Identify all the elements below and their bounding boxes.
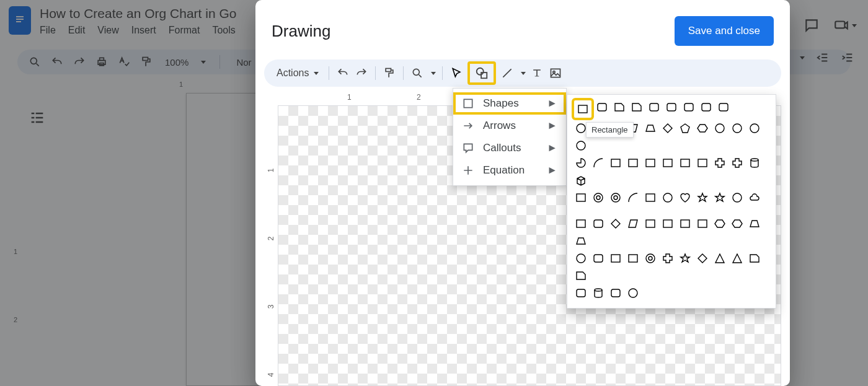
shape-option-circle[interactable] [626, 286, 640, 300]
svg-rect-55 [611, 255, 620, 262]
actions-menu[interactable]: Actions [273, 65, 322, 81]
shape-option-rect[interactable] [695, 156, 710, 170]
shape-option-snip[interactable] [747, 251, 762, 266]
menu-item-label: Shapes [483, 97, 519, 110]
shape-option-diamond[interactable] [608, 216, 623, 231]
menu-item-callouts[interactable]: Callouts ► [453, 137, 566, 159]
shape-option-roundrect[interactable] [664, 100, 679, 115]
shape-option-snip[interactable] [629, 100, 644, 115]
shape-option-roundrect[interactable] [591, 216, 606, 231]
shape-option-triangle[interactable] [712, 251, 727, 266]
menu-item-label: Arrows [483, 120, 516, 132]
svg-rect-22 [650, 103, 658, 111]
shape-option-rect[interactable] [626, 251, 640, 266]
shape-option-rect[interactable] [608, 251, 623, 266]
svg-rect-23 [667, 103, 676, 111]
zoom-icon[interactable] [410, 66, 425, 81]
shape-option-circle[interactable] [730, 121, 745, 136]
shape-option-donut[interactable] [591, 190, 606, 205]
shape-option-rect[interactable] [695, 216, 710, 231]
shape-option-arc[interactable] [626, 190, 640, 205]
shape-option-cross[interactable] [730, 156, 745, 170]
shape-tool-button[interactable] [467, 61, 496, 85]
shape-option-hex[interactable] [695, 121, 710, 136]
undo-icon[interactable] [335, 66, 350, 81]
shape-option-hex[interactable] [730, 216, 745, 231]
shape-option-roundrect[interactable] [608, 286, 623, 300]
chevron-down-icon[interactable] [521, 72, 526, 75]
shape-option-rect[interactable] [574, 216, 588, 231]
shape-option-trapez[interactable] [643, 121, 658, 136]
shape-option-trapez[interactable] [747, 216, 762, 231]
shape-option-circle[interactable] [712, 121, 727, 136]
svg-rect-34 [646, 159, 655, 167]
svg-rect-25 [702, 103, 711, 111]
shape-option-rect[interactable] [626, 156, 640, 170]
menu-item-equation[interactable]: Equation ► [453, 159, 566, 182]
svg-rect-20 [578, 105, 587, 113]
shape-option-roundrect[interactable] [574, 286, 588, 300]
shape-option-roundrect[interactable] [647, 100, 662, 115]
shape-option-snip[interactable] [612, 100, 627, 115]
shape-option-roundrect[interactable] [591, 251, 606, 266]
shape-option-rect[interactable] [643, 156, 658, 170]
shape-option-triangle[interactable] [730, 251, 745, 266]
shape-option-donut[interactable] [643, 251, 658, 266]
save-and-close-button[interactable]: Save and close [675, 16, 774, 46]
shape-option-pent[interactable] [678, 121, 693, 136]
drawing-dialog: Drawing Save and close Actions [255, 0, 790, 386]
shape-option-hex[interactable] [712, 216, 727, 231]
shape-option-cube[interactable] [574, 173, 588, 188]
shape-option-diamond[interactable] [660, 121, 675, 136]
shape-option-roundrect[interactable] [681, 100, 696, 115]
chevron-down-icon[interactable] [431, 72, 436, 75]
menu-item-shapes[interactable]: Shapes ► [453, 92, 566, 115]
shape-option-rect[interactable] [608, 156, 623, 170]
shape-option-cross[interactable] [660, 251, 675, 266]
menu-item-arrows[interactable]: Arrows ► [453, 115, 566, 137]
shape-option-star[interactable] [678, 251, 693, 266]
svg-rect-33 [629, 159, 637, 167]
callout-icon [462, 142, 474, 154]
shape-option-trapez[interactable] [574, 234, 588, 248]
shape-option-circle[interactable] [574, 138, 588, 153]
svg-rect-44 [646, 194, 655, 201]
shape-option-donut[interactable] [608, 190, 623, 205]
shape-option-circle[interactable] [730, 190, 745, 205]
paint-format-icon[interactable] [382, 66, 397, 81]
shape-option-rect[interactable] [660, 216, 675, 231]
text-box-icon[interactable] [529, 66, 544, 81]
shape-option-diamond[interactable] [695, 251, 710, 266]
shape-option-cyl[interactable] [747, 156, 762, 170]
redo-icon[interactable] [354, 66, 369, 81]
shape-option-rect[interactable] [574, 100, 592, 118]
shape-option-arc[interactable] [591, 156, 606, 170]
shape-option-roundrect[interactable] [699, 100, 714, 115]
shape-option-rect[interactable] [678, 156, 693, 170]
shape-option-snip[interactable] [574, 268, 588, 283]
shape-option-cloud[interactable] [747, 190, 762, 205]
shape-option-rect[interactable] [643, 190, 658, 205]
shape-option-rect[interactable] [643, 216, 658, 231]
shape-option-pie[interactable] [574, 156, 588, 170]
shape-option-circle[interactable] [747, 121, 762, 136]
shape-option-star[interactable] [695, 190, 710, 205]
svg-rect-50 [663, 220, 672, 227]
select-tool-icon[interactable] [449, 66, 464, 81]
shape-option-circle[interactable] [660, 190, 675, 205]
svg-rect-24 [684, 103, 693, 111]
shape-option-rect[interactable] [660, 156, 675, 170]
shape-option-rect[interactable] [574, 190, 588, 205]
shape-option-star[interactable] [712, 190, 727, 205]
image-icon[interactable] [548, 66, 563, 81]
svg-point-60 [595, 289, 602, 291]
shape-option-heart[interactable] [678, 190, 693, 205]
line-tool-icon[interactable] [500, 66, 515, 81]
shape-option-circle[interactable] [574, 251, 588, 266]
shape-option-cyl[interactable] [591, 286, 606, 300]
shape-option-roundrect[interactable] [716, 100, 731, 115]
shape-option-rect[interactable] [678, 216, 693, 231]
shape-option-roundrect[interactable] [595, 100, 609, 115]
shape-option-cross[interactable] [712, 156, 727, 170]
shape-option-parallel[interactable] [626, 216, 640, 231]
